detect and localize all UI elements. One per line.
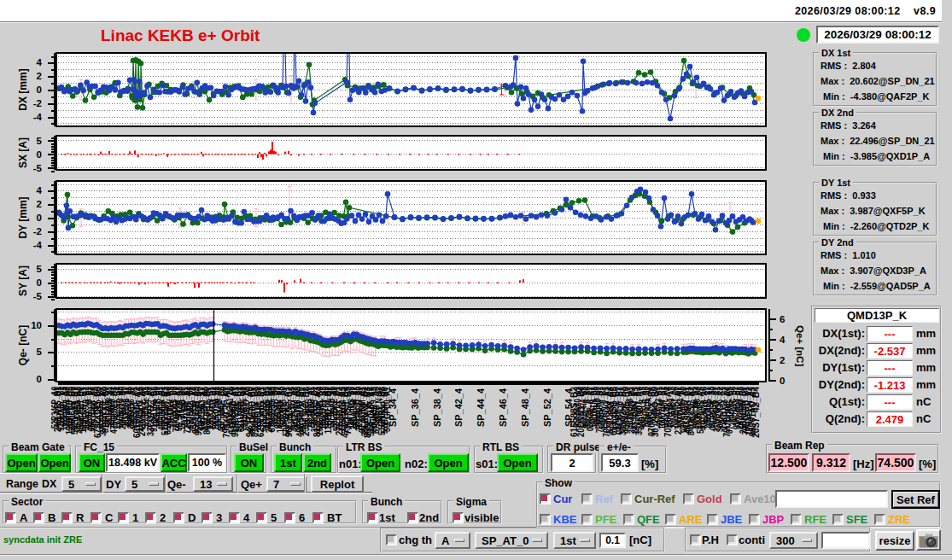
svg-text:2: 2 [37, 199, 42, 209]
svg-text:5: 5 [37, 347, 43, 357]
svg-text:DX [mm]: DX [mm] [17, 68, 29, 110]
svg-text:6: 6 [780, 314, 785, 324]
svg-text:SP_36_4: SP_36_4 [410, 388, 420, 427]
svg-text:SP_44_4: SP_44_4 [476, 388, 486, 427]
svg-text:SY [A]: SY [A] [17, 265, 29, 296]
svg-text:-2: -2 [33, 226, 42, 236]
svg-text:0: 0 [37, 149, 42, 160]
svg-text:0: 0 [37, 213, 42, 223]
svg-text:SP_46_4: SP_46_4 [498, 388, 508, 427]
svg-text:-5: -5 [33, 291, 43, 301]
svg-text:0: 0 [37, 374, 42, 384]
svg-text:-4: -4 [33, 112, 43, 122]
svg-text:5: 5 [37, 264, 43, 274]
svg-text:SP_42_4: SP_42_4 [453, 388, 464, 427]
svg-text:4: 4 [37, 57, 43, 67]
svg-text:2: 2 [37, 71, 42, 81]
svg-text:Qe- [nC]: Qe- [nC] [17, 325, 29, 365]
svg-text:SX [A]: SX [A] [17, 137, 29, 168]
svg-text:DY [mm]: DY [mm] [17, 196, 29, 238]
svg-text:0: 0 [37, 85, 42, 95]
svg-text:-5: -5 [33, 163, 43, 173]
svg-text:20S7_42_B4: 20S7_42_B4 [751, 387, 761, 438]
svg-text:SP_34_4: SP_34_4 [388, 388, 398, 427]
svg-text:10: 10 [31, 320, 42, 330]
svg-text:SP_52_4: SP_52_4 [542, 388, 552, 427]
svg-text:Qe+ [nC]: Qe+ [nC] [795, 325, 805, 366]
svg-text:-2: -2 [33, 98, 42, 108]
svg-text:0: 0 [780, 376, 785, 386]
svg-text:-4: -4 [33, 240, 43, 250]
svg-text:5: 5 [37, 136, 43, 146]
svg-text:SP_48_4: SP_48_4 [520, 388, 530, 427]
svg-text:SP_38_4: SP_38_4 [432, 388, 442, 427]
svg-text:4: 4 [780, 335, 786, 345]
svg-text:0: 0 [37, 277, 42, 288]
svg-text:2: 2 [780, 355, 785, 365]
svg-text:4: 4 [37, 185, 43, 195]
